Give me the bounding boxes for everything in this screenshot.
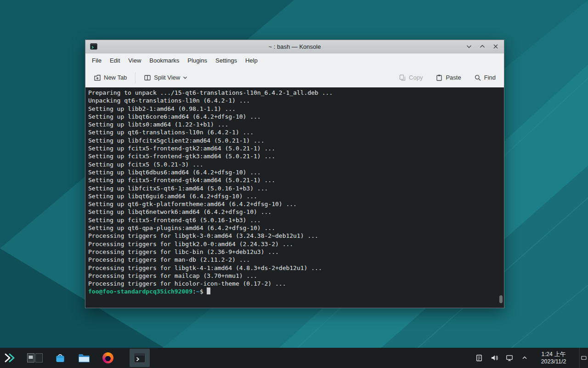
- clipboard-tray-button[interactable]: [475, 354, 483, 362]
- find-button[interactable]: Find: [470, 71, 499, 85]
- new-tab-icon: [94, 74, 101, 81]
- file-manager-launcher[interactable]: [77, 351, 91, 365]
- titlebar[interactable]: ~ : bash — Konsole: [85, 40, 504, 53]
- terminal-line: Processing triggers for mailcap (3.70+nm…: [88, 272, 498, 280]
- prompt-separator: :: [192, 288, 196, 295]
- pager-icon: [27, 352, 43, 364]
- window-controls: [465, 43, 499, 50]
- close-button[interactable]: [492, 43, 499, 50]
- terminal-line: Setting up libqt6core6:amd64 (6.4.2+dfsg…: [88, 113, 498, 121]
- dolphin-icon: [78, 353, 90, 363]
- terminal-line: Setting up qt6-gtk-platformtheme:amd64 (…: [88, 200, 498, 208]
- tray-expand-button[interactable]: [520, 354, 529, 362]
- terminal-line: Processing triggers for libgtk-3-0:amd64…: [88, 232, 498, 240]
- menubar: FileEditViewBookmarksPluginsSettingsHelp: [85, 53, 504, 68]
- terminal-cursor: [207, 288, 210, 294]
- terminal-line: Setting up fcitx5-frontend-qt6 (5.0.16-1…: [88, 216, 498, 224]
- menu-item-help[interactable]: Help: [241, 54, 262, 67]
- terminal-line: Setting up qt6-qpa-plugins:amd64 (6.4.2+…: [88, 224, 498, 232]
- terminal-line: Preparing to unpack .../15-qt6-translati…: [88, 89, 498, 97]
- terminal-line: Setting up fcitx5-frontend-gtk2:amd64 (5…: [88, 144, 498, 152]
- application-launcher-button[interactable]: [3, 351, 17, 365]
- terminal-line: Processing triggers for libc-bin (2.36-9…: [88, 248, 498, 256]
- find-label: Find: [484, 74, 496, 81]
- taskbar-left-group: [3, 348, 150, 368]
- menu-item-plugins[interactable]: Plugins: [183, 54, 211, 67]
- copy-button[interactable]: Copy: [395, 71, 426, 85]
- copy-label: Copy: [409, 74, 423, 81]
- toolbar-separator: [135, 72, 136, 83]
- volume-icon: [491, 354, 498, 362]
- menu-item-settings[interactable]: Settings: [211, 54, 241, 67]
- prompt-line: foo@foo-standardpcq35ich92009:~$: [88, 288, 498, 295]
- terminal-line: Setting up libqt6network6:amd64 (6.4.2+d…: [88, 208, 498, 216]
- terminal-line: Setting up libfcitx5gclient2:amd64 (5.0.…: [88, 137, 498, 144]
- menu-item-file[interactable]: File: [88, 54, 106, 67]
- terminal-line: Setting up qt6-translations-l10n (6.4.2-…: [88, 128, 498, 136]
- show-desktop-button[interactable]: [579, 348, 588, 368]
- terminal-line: Setting up fcitx5 (5.0.21-3) ...: [88, 161, 498, 168]
- new-tab-button[interactable]: New Tab: [90, 71, 130, 85]
- konsole-window: ~ : bash — Konsole FileEditViewBookmarks…: [85, 40, 504, 308]
- show-desktop-icon: [581, 355, 587, 361]
- terminal-output: Preparing to unpack .../15-qt6-translati…: [88, 89, 498, 288]
- network-tray-button[interactable]: [505, 354, 514, 362]
- copy-icon: [399, 74, 406, 81]
- maximize-icon: [479, 43, 486, 50]
- terminal-line: Processing triggers for man-db (2.11.2-2…: [88, 256, 498, 264]
- terminal-line: Processing triggers for libgtk-4-1:amd64…: [88, 264, 498, 272]
- terminal-line: Setting up fcitx5-frontend-gtk4:amd64 (5…: [88, 176, 498, 184]
- terminal-scrollbar[interactable]: [499, 295, 503, 303]
- digital-clock[interactable]: 1:24 上午 2023/11/2: [538, 351, 569, 366]
- chevron-up-icon: [521, 355, 528, 361]
- terminal-line: Setting up libqt6gui6:amd64 (6.4.2+dfsg-…: [88, 192, 498, 200]
- discover-icon: [55, 352, 66, 364]
- terminal-line: Setting up libqt6dbus6:amd64 (6.4.2+dfsg…: [88, 168, 498, 176]
- clipboard-icon: [475, 354, 483, 362]
- terminal-line: Setting up libfcitx5-qt6-1:amd64 (5.0.16…: [88, 184, 498, 192]
- minimize-icon: [466, 43, 472, 50]
- volume-tray-button[interactable]: [490, 354, 498, 362]
- split-view-icon: [144, 74, 151, 81]
- taskbar: 1:24 上午 2023/11/2: [0, 348, 588, 368]
- terminal-line: Setting up fcitx5-frontend-gtk3:amd64 (5…: [88, 152, 498, 160]
- terminal-line: Setting up libb2-1:amd64 (0.98.1-1.1) ..…: [88, 105, 498, 113]
- konsole-icon: [134, 352, 146, 364]
- maximize-button[interactable]: [479, 43, 486, 50]
- terminal-view[interactable]: Preparing to unpack .../15-qt6-translati…: [85, 87, 504, 308]
- clock-date: 2023/11/2: [538, 358, 569, 365]
- window-title: ~ : bash — Konsole: [85, 43, 504, 50]
- terminal-line: Unpacking qt6-translations-l10n (6.4.2-1…: [88, 97, 498, 104]
- find-icon: [474, 74, 481, 81]
- clock-time: 1:24 上午: [538, 351, 569, 358]
- split-view-label: Split View: [154, 74, 180, 81]
- konsole-app-icon: [90, 43, 97, 50]
- firefox-launcher[interactable]: [101, 351, 115, 365]
- desktop: ~ : bash — Konsole FileEditViewBookmarks…: [0, 0, 588, 368]
- chevron-down-icon: [183, 75, 187, 80]
- terminal-line: Processing triggers for libgtk2.0-0:amd6…: [88, 240, 498, 248]
- new-tab-label: New Tab: [104, 74, 127, 81]
- konsole-task-button[interactable]: [130, 349, 150, 367]
- menu-item-view[interactable]: View: [124, 54, 145, 67]
- toolbar-right-group: Copy Paste Find: [395, 71, 499, 85]
- virtual-desktop-pager[interactable]: [27, 351, 43, 365]
- menu-item-bookmarks[interactable]: Bookmarks: [145, 54, 183, 67]
- paste-button[interactable]: Paste: [432, 71, 464, 85]
- prompt-user-host: foo@foo-standardpcq35ich92009: [88, 288, 192, 295]
- paste-icon: [435, 74, 443, 81]
- paste-label: Paste: [446, 74, 461, 81]
- terminal-line: Setting up libts0:amd64 (1.22-1+b1) ...: [88, 121, 498, 128]
- discover-launcher[interactable]: [53, 351, 67, 365]
- prompt-symbol: $: [200, 288, 204, 295]
- minimize-button[interactable]: [465, 43, 473, 50]
- close-icon: [492, 43, 499, 50]
- system-tray: 1:24 上午 2023/11/2: [475, 348, 588, 368]
- prompt-cwd: ~: [196, 288, 200, 295]
- terminal-line: Processing triggers for hicolor-icon-the…: [88, 280, 498, 288]
- menu-item-edit[interactable]: Edit: [106, 54, 124, 67]
- application-launcher-icon: [4, 352, 16, 364]
- toolbar: New Tab Split View C: [85, 68, 504, 87]
- firefox-icon: [102, 352, 113, 363]
- split-view-button[interactable]: Split View: [140, 71, 191, 85]
